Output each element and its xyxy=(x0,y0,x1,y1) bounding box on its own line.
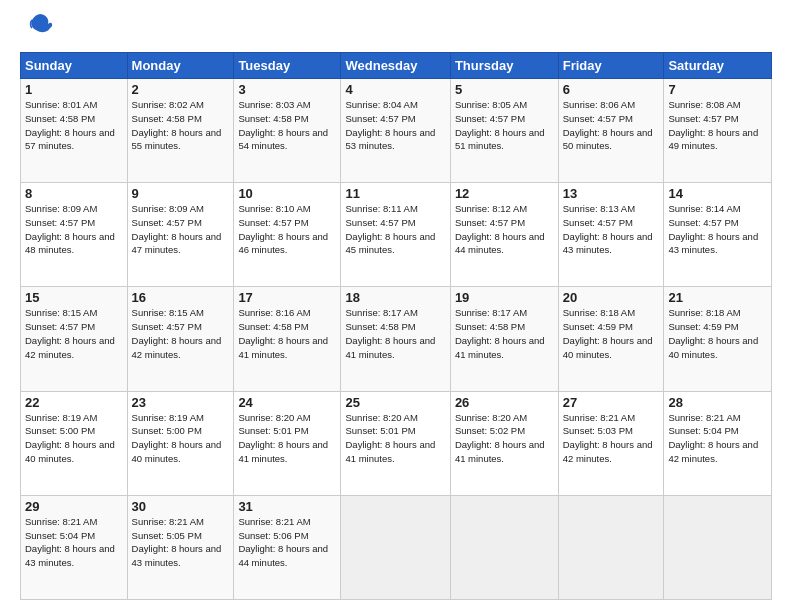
day-cell xyxy=(450,495,558,599)
day-number: 16 xyxy=(132,290,230,305)
day-info: Sunrise: 8:13 AMSunset: 4:57 PMDaylight:… xyxy=(563,202,660,257)
calendar-table: SundayMondayTuesdayWednesdayThursdayFrid… xyxy=(20,52,772,600)
header-day-friday: Friday xyxy=(558,53,664,79)
day-info: Sunrise: 8:18 AMSunset: 4:59 PMDaylight:… xyxy=(668,306,767,361)
day-info: Sunrise: 8:09 AMSunset: 4:57 PMDaylight:… xyxy=(132,202,230,257)
day-number: 30 xyxy=(132,499,230,514)
day-info: Sunrise: 8:15 AMSunset: 4:57 PMDaylight:… xyxy=(132,306,230,361)
day-number: 13 xyxy=(563,186,660,201)
day-cell: 23Sunrise: 8:19 AMSunset: 5:00 PMDayligh… xyxy=(127,391,234,495)
day-cell: 21Sunrise: 8:18 AMSunset: 4:59 PMDayligh… xyxy=(664,287,772,391)
day-number: 24 xyxy=(238,395,336,410)
header-day-thursday: Thursday xyxy=(450,53,558,79)
day-number: 8 xyxy=(25,186,123,201)
day-number: 5 xyxy=(455,82,554,97)
day-info: Sunrise: 8:20 AMSunset: 5:01 PMDaylight:… xyxy=(238,411,336,466)
day-cell: 2Sunrise: 8:02 AMSunset: 4:58 PMDaylight… xyxy=(127,79,234,183)
day-info: Sunrise: 8:19 AMSunset: 5:00 PMDaylight:… xyxy=(132,411,230,466)
logo xyxy=(20,18,54,42)
day-info: Sunrise: 8:09 AMSunset: 4:57 PMDaylight:… xyxy=(25,202,123,257)
day-cell: 1Sunrise: 8:01 AMSunset: 4:58 PMDaylight… xyxy=(21,79,128,183)
day-cell: 29Sunrise: 8:21 AMSunset: 5:04 PMDayligh… xyxy=(21,495,128,599)
day-number: 4 xyxy=(345,82,445,97)
page: SundayMondayTuesdayWednesdayThursdayFrid… xyxy=(0,0,792,612)
header-day-tuesday: Tuesday xyxy=(234,53,341,79)
header-day-wednesday: Wednesday xyxy=(341,53,450,79)
day-cell: 27Sunrise: 8:21 AMSunset: 5:03 PMDayligh… xyxy=(558,391,664,495)
day-info: Sunrise: 8:05 AMSunset: 4:57 PMDaylight:… xyxy=(455,98,554,153)
day-info: Sunrise: 8:14 AMSunset: 4:57 PMDaylight:… xyxy=(668,202,767,257)
week-row-2: 8Sunrise: 8:09 AMSunset: 4:57 PMDaylight… xyxy=(21,183,772,287)
day-number: 28 xyxy=(668,395,767,410)
day-number: 29 xyxy=(25,499,123,514)
day-number: 25 xyxy=(345,395,445,410)
day-info: Sunrise: 8:21 AMSunset: 5:04 PMDaylight:… xyxy=(668,411,767,466)
day-cell: 31Sunrise: 8:21 AMSunset: 5:06 PMDayligh… xyxy=(234,495,341,599)
day-info: Sunrise: 8:02 AMSunset: 4:58 PMDaylight:… xyxy=(132,98,230,153)
day-cell: 7Sunrise: 8:08 AMSunset: 4:57 PMDaylight… xyxy=(664,79,772,183)
day-cell: 16Sunrise: 8:15 AMSunset: 4:57 PMDayligh… xyxy=(127,287,234,391)
day-info: Sunrise: 8:12 AMSunset: 4:57 PMDaylight:… xyxy=(455,202,554,257)
day-cell: 13Sunrise: 8:13 AMSunset: 4:57 PMDayligh… xyxy=(558,183,664,287)
day-cell: 12Sunrise: 8:12 AMSunset: 4:57 PMDayligh… xyxy=(450,183,558,287)
day-cell: 14Sunrise: 8:14 AMSunset: 4:57 PMDayligh… xyxy=(664,183,772,287)
day-cell: 20Sunrise: 8:18 AMSunset: 4:59 PMDayligh… xyxy=(558,287,664,391)
header-day-monday: Monday xyxy=(127,53,234,79)
day-number: 19 xyxy=(455,290,554,305)
day-cell: 22Sunrise: 8:19 AMSunset: 5:00 PMDayligh… xyxy=(21,391,128,495)
day-cell: 19Sunrise: 8:17 AMSunset: 4:58 PMDayligh… xyxy=(450,287,558,391)
day-number: 17 xyxy=(238,290,336,305)
day-number: 20 xyxy=(563,290,660,305)
day-info: Sunrise: 8:01 AMSunset: 4:58 PMDaylight:… xyxy=(25,98,123,153)
week-row-1: 1Sunrise: 8:01 AMSunset: 4:58 PMDaylight… xyxy=(21,79,772,183)
day-info: Sunrise: 8:21 AMSunset: 5:05 PMDaylight:… xyxy=(132,515,230,570)
day-number: 1 xyxy=(25,82,123,97)
day-info: Sunrise: 8:21 AMSunset: 5:04 PMDaylight:… xyxy=(25,515,123,570)
day-cell: 9Sunrise: 8:09 AMSunset: 4:57 PMDaylight… xyxy=(127,183,234,287)
day-number: 2 xyxy=(132,82,230,97)
day-number: 3 xyxy=(238,82,336,97)
day-cell: 4Sunrise: 8:04 AMSunset: 4:57 PMDaylight… xyxy=(341,79,450,183)
day-number: 14 xyxy=(668,186,767,201)
day-info: Sunrise: 8:11 AMSunset: 4:57 PMDaylight:… xyxy=(345,202,445,257)
day-cell: 18Sunrise: 8:17 AMSunset: 4:58 PMDayligh… xyxy=(341,287,450,391)
day-cell: 28Sunrise: 8:21 AMSunset: 5:04 PMDayligh… xyxy=(664,391,772,495)
day-info: Sunrise: 8:20 AMSunset: 5:02 PMDaylight:… xyxy=(455,411,554,466)
day-info: Sunrise: 8:21 AMSunset: 5:03 PMDaylight:… xyxy=(563,411,660,466)
day-info: Sunrise: 8:19 AMSunset: 5:00 PMDaylight:… xyxy=(25,411,123,466)
day-number: 11 xyxy=(345,186,445,201)
day-info: Sunrise: 8:08 AMSunset: 4:57 PMDaylight:… xyxy=(668,98,767,153)
day-info: Sunrise: 8:06 AMSunset: 4:57 PMDaylight:… xyxy=(563,98,660,153)
header-day-saturday: Saturday xyxy=(664,53,772,79)
logo-bird-icon xyxy=(26,10,54,42)
day-cell: 11Sunrise: 8:11 AMSunset: 4:57 PMDayligh… xyxy=(341,183,450,287)
week-row-4: 22Sunrise: 8:19 AMSunset: 5:00 PMDayligh… xyxy=(21,391,772,495)
day-cell: 24Sunrise: 8:20 AMSunset: 5:01 PMDayligh… xyxy=(234,391,341,495)
day-info: Sunrise: 8:17 AMSunset: 4:58 PMDaylight:… xyxy=(345,306,445,361)
day-number: 26 xyxy=(455,395,554,410)
day-number: 15 xyxy=(25,290,123,305)
day-number: 6 xyxy=(563,82,660,97)
day-info: Sunrise: 8:15 AMSunset: 4:57 PMDaylight:… xyxy=(25,306,123,361)
day-cell: 3Sunrise: 8:03 AMSunset: 4:58 PMDaylight… xyxy=(234,79,341,183)
day-cell: 8Sunrise: 8:09 AMSunset: 4:57 PMDaylight… xyxy=(21,183,128,287)
day-number: 21 xyxy=(668,290,767,305)
day-info: Sunrise: 8:17 AMSunset: 4:58 PMDaylight:… xyxy=(455,306,554,361)
day-number: 23 xyxy=(132,395,230,410)
day-cell: 17Sunrise: 8:16 AMSunset: 4:58 PMDayligh… xyxy=(234,287,341,391)
day-number: 7 xyxy=(668,82,767,97)
day-number: 18 xyxy=(345,290,445,305)
day-info: Sunrise: 8:03 AMSunset: 4:58 PMDaylight:… xyxy=(238,98,336,153)
week-row-5: 29Sunrise: 8:21 AMSunset: 5:04 PMDayligh… xyxy=(21,495,772,599)
day-info: Sunrise: 8:16 AMSunset: 4:58 PMDaylight:… xyxy=(238,306,336,361)
day-number: 31 xyxy=(238,499,336,514)
day-cell: 30Sunrise: 8:21 AMSunset: 5:05 PMDayligh… xyxy=(127,495,234,599)
header xyxy=(20,18,772,42)
day-number: 22 xyxy=(25,395,123,410)
day-cell: 26Sunrise: 8:20 AMSunset: 5:02 PMDayligh… xyxy=(450,391,558,495)
header-day-sunday: Sunday xyxy=(21,53,128,79)
day-number: 9 xyxy=(132,186,230,201)
day-info: Sunrise: 8:21 AMSunset: 5:06 PMDaylight:… xyxy=(238,515,336,570)
day-cell xyxy=(341,495,450,599)
day-cell xyxy=(558,495,664,599)
